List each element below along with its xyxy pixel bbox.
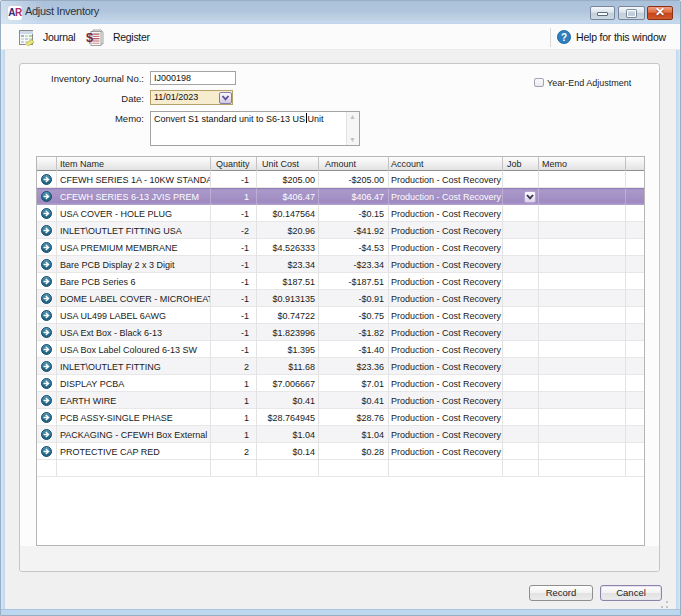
svg-text:?: ? [561,32,567,43]
svg-text:$: $ [86,30,94,45]
